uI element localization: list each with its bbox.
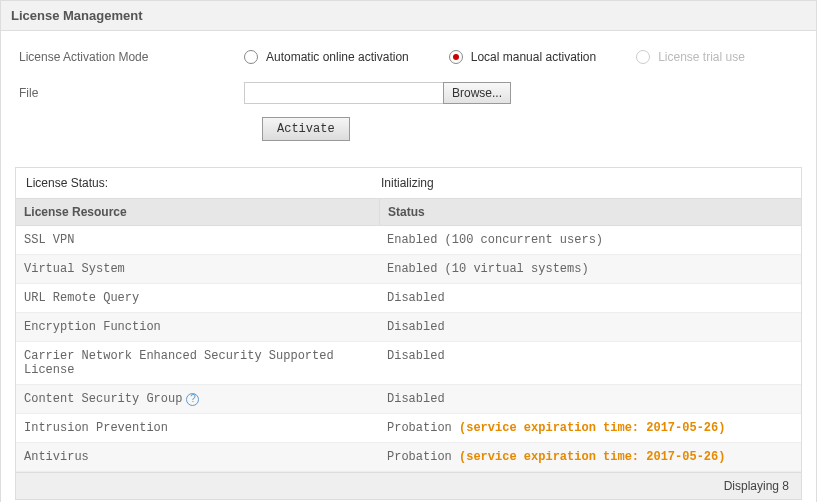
panel-title: License Management (1, 1, 816, 31)
radio-label: Automatic online activation (266, 50, 409, 64)
resource-text: Encryption Function (24, 320, 161, 334)
grid-header: License Resource Status (16, 198, 801, 226)
status-text: Probation (387, 421, 459, 435)
expiration-text: (service expiration time: 2017-05-26) (459, 421, 725, 435)
resource-text: Carrier Network Enhanced Security Suppor… (24, 349, 371, 377)
grid-footer: Displaying 8 (16, 472, 801, 499)
status-text: Probation (387, 450, 459, 464)
resource-text: Content Security Group (24, 392, 182, 406)
table-row[interactable]: Encryption FunctionDisabled (16, 313, 801, 342)
grid-body: SSL VPNEnabled (100 concurrent users)Vir… (16, 226, 801, 472)
cell-status: Probation (service expiration time: 2017… (379, 443, 801, 471)
file-path-input[interactable] (244, 82, 444, 104)
cell-status: Disabled (379, 313, 801, 341)
radio-label: License trial use (658, 50, 745, 64)
cell-status: Disabled (379, 385, 801, 413)
cell-resource: Virtual System (16, 255, 379, 283)
table-row[interactable]: AntivirusProbation (service expiration t… (16, 443, 801, 472)
table-row[interactable]: Carrier Network Enhanced Security Suppor… (16, 342, 801, 385)
radio-local-manual[interactable]: Local manual activation (449, 50, 596, 64)
cell-status: Enabled (10 virtual systems) (379, 255, 801, 283)
table-row[interactable]: Virtual SystemEnabled (10 virtual system… (16, 255, 801, 284)
resource-text: Virtual System (24, 262, 125, 276)
resource-text: Intrusion Prevention (24, 421, 168, 435)
table-row[interactable]: URL Remote QueryDisabled (16, 284, 801, 313)
activation-mode-radio-group: Automatic online activation Local manual… (244, 50, 745, 64)
cell-status: Disabled (379, 342, 801, 384)
table-row[interactable]: SSL VPNEnabled (100 concurrent users) (16, 226, 801, 255)
activate-button[interactable]: Activate (262, 117, 350, 141)
license-status-row: License Status: Initializing (16, 168, 801, 198)
license-status-panel: License Status: Initializing License Res… (15, 167, 802, 500)
radio-automatic-online[interactable]: Automatic online activation (244, 50, 409, 64)
status-text: Disabled (387, 291, 445, 305)
license-status-value: Initializing (381, 176, 434, 190)
cell-status: Enabled (100 concurrent users) (379, 226, 801, 254)
table-row[interactable]: Content Security Group?Disabled (16, 385, 801, 414)
resource-text: Antivirus (24, 450, 89, 464)
cell-resource: URL Remote Query (16, 284, 379, 312)
col-header-resource[interactable]: License Resource (16, 199, 379, 225)
file-label: File (19, 86, 244, 100)
table-row[interactable]: Intrusion PreventionProbation (service e… (16, 414, 801, 443)
expiration-text: (service expiration time: 2017-05-26) (459, 450, 725, 464)
radio-icon (449, 50, 463, 64)
cell-resource: Content Security Group? (16, 385, 379, 413)
help-icon[interactable]: ? (186, 393, 199, 406)
radio-label: Local manual activation (471, 50, 596, 64)
cell-status: Probation (service expiration time: 2017… (379, 414, 801, 442)
activation-mode-label: License Activation Mode (19, 50, 244, 64)
license-management-panel: License Management License Activation Mo… (0, 0, 817, 502)
cell-resource: Carrier Network Enhanced Security Suppor… (16, 342, 379, 384)
activation-form: License Activation Mode Automatic online… (1, 31, 816, 153)
col-header-status[interactable]: Status (379, 199, 801, 225)
cell-resource: Encryption Function (16, 313, 379, 341)
browse-button[interactable]: Browse... (443, 82, 511, 104)
radio-icon (636, 50, 650, 64)
resource-text: URL Remote Query (24, 291, 139, 305)
radio-icon (244, 50, 258, 64)
status-text: Disabled (387, 392, 445, 406)
cell-status: Disabled (379, 284, 801, 312)
status-text: Enabled (100 concurrent users) (387, 233, 603, 247)
cell-resource: Intrusion Prevention (16, 414, 379, 442)
status-text: Enabled (10 virtual systems) (387, 262, 589, 276)
status-text: Disabled (387, 349, 445, 363)
cell-resource: SSL VPN (16, 226, 379, 254)
status-text: Disabled (387, 320, 445, 334)
cell-resource: Antivirus (16, 443, 379, 471)
resource-text: SSL VPN (24, 233, 74, 247)
radio-license-trial: License trial use (636, 50, 745, 64)
license-status-label: License Status: (26, 176, 381, 190)
